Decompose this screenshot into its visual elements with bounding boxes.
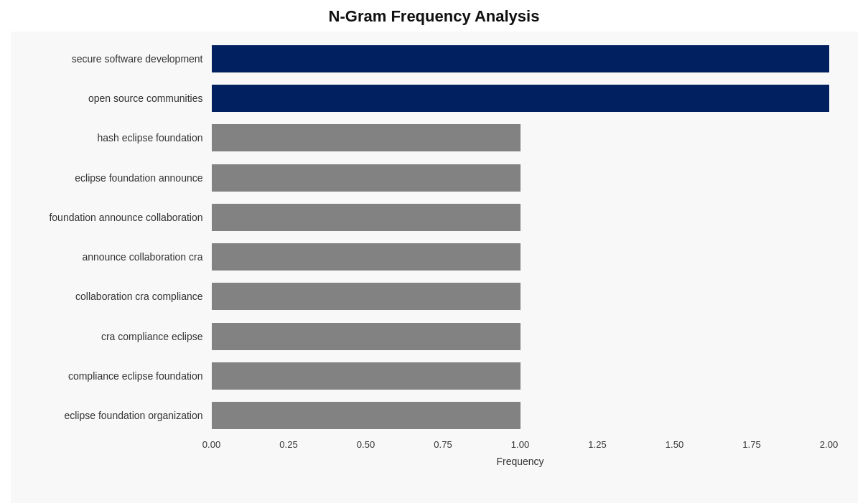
chart-container: N-Gram Frequency Analysis secure softwar… [0, 0, 868, 503]
bar-label: announce collaboration cra [18, 251, 212, 263]
bar-row: hash eclipse foundation [18, 119, 829, 156]
bar-label: eclipse foundation announce [18, 172, 212, 184]
bar-row: collaboration cra compliance [18, 278, 829, 315]
x-tick: 1.25 [588, 439, 606, 450]
bar-row: cra compliance eclipse [18, 318, 829, 355]
bar-track [212, 85, 829, 112]
bar-row: secure software development [18, 40, 829, 77]
bar-fill [212, 124, 521, 151]
bar-row: announce collaboration cra [18, 238, 829, 276]
bar-track [212, 164, 829, 192]
bar-label: foundation announce collaboration [18, 212, 212, 223]
bars-section: secure software developmentopen source c… [18, 39, 829, 436]
bar-track [212, 204, 829, 231]
bar-row: open source communities [18, 80, 829, 117]
x-tick: 0.00 [202, 439, 220, 450]
x-tick: 0.50 [357, 439, 375, 450]
bar-track [212, 323, 829, 350]
bar-fill [212, 204, 521, 231]
bar-track [212, 402, 829, 429]
x-tick: 1.00 [511, 439, 529, 450]
bar-fill [212, 283, 521, 310]
bar-track [212, 283, 829, 310]
bar-track [212, 243, 829, 271]
bar-row: eclipse foundation organization [18, 397, 829, 434]
bar-label: open source communities [18, 93, 212, 104]
bar-fill [212, 402, 521, 429]
bar-label: hash eclipse foundation [18, 132, 212, 144]
bar-row: eclipse foundation announce [18, 159, 829, 197]
x-tick: 2.00 [820, 439, 838, 450]
x-tick: 0.75 [434, 439, 452, 450]
bar-fill [212, 164, 521, 192]
bar-fill [212, 85, 829, 112]
bar-fill [212, 362, 521, 390]
bar-fill [212, 243, 521, 271]
x-tick: 1.50 [666, 439, 683, 450]
bar-track [212, 362, 829, 390]
bar-label: compliance eclipse foundation [18, 370, 212, 382]
bar-row: compliance eclipse foundation [18, 357, 829, 395]
bar-label: secure software development [18, 53, 212, 65]
bar-label: eclipse foundation organization [18, 410, 212, 421]
x-tick: 0.25 [279, 439, 297, 450]
bar-fill [212, 45, 829, 72]
x-tick: 1.75 [742, 439, 760, 450]
ticks-row: 0.000.250.500.751.001.251.501.752.00 [212, 436, 829, 453]
chart-title: N-Gram Frequency Analysis [329, 7, 540, 26]
x-axis-wrapper: 0.000.250.500.751.001.251.501.752.00 Fre… [212, 436, 829, 467]
bar-track [212, 124, 829, 151]
bar-label: collaboration cra compliance [18, 291, 212, 302]
chart-area: secure software developmentopen source c… [11, 32, 858, 503]
bar-track [212, 45, 829, 72]
bar-row: foundation announce collaboration [18, 199, 829, 236]
x-axis-label: Frequency [212, 456, 829, 467]
bar-fill [212, 323, 521, 350]
bar-label: cra compliance eclipse [18, 331, 212, 342]
